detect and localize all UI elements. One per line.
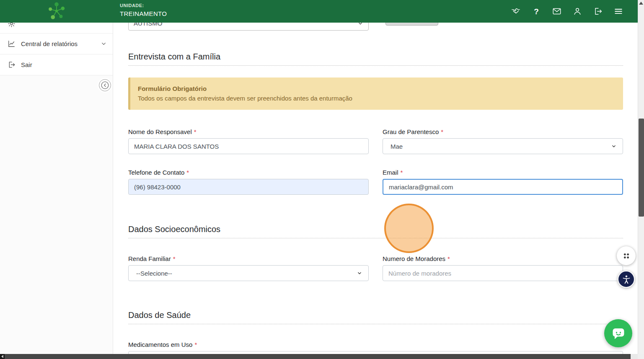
telefone-contato-input[interactable] — [128, 179, 369, 195]
arrow-left-circle-icon — [101, 81, 109, 90]
vertical-scrollbar[interactable] — [638, 0, 644, 354]
chevron-down-icon — [611, 143, 617, 149]
main-content: AUTISMO Entrevista com a Família Formulá… — [113, 0, 638, 354]
section-title-saude: Dados de Saúde — [128, 310, 623, 324]
numero-moradores-label: Numero de Moradores * — [383, 255, 450, 263]
chevron-down-icon — [101, 41, 107, 47]
grau-parentesco-select-value: Mae — [391, 143, 403, 150]
sidebar: Central de relatórios Sair — [0, 0, 113, 354]
numero-moradores-input[interactable] — [383, 265, 623, 281]
unit-name: TREINAMENTO — [120, 10, 167, 17]
header-icons: ? — [511, 0, 623, 23]
email-label: Email * — [383, 168, 403, 177]
sign-out-icon — [8, 61, 16, 69]
menu-icon[interactable] — [613, 6, 623, 16]
mail-icon[interactable] — [552, 6, 562, 16]
renda-familiar-select[interactable]: --Selecione-- — [128, 265, 369, 281]
scroll-up-arrow-icon[interactable] — [639, 2, 643, 5]
horizontal-scrollbar[interactable] — [0, 354, 638, 359]
required-marker: * — [441, 128, 443, 136]
grau-parentesco-label: Grau de Parentesco * — [383, 128, 443, 136]
required-marker: * — [194, 341, 197, 349]
medicamentos-label: Medicamentos em Uso * — [128, 341, 197, 349]
logo-molecule-icon — [45, 1, 68, 22]
nome-responsavel-input[interactable] — [128, 138, 369, 154]
unit-label: UNIDADE: — [120, 3, 167, 8]
app-logo[interactable] — [43, 0, 70, 22]
grid-dots-icon — [622, 251, 631, 261]
logout-icon[interactable] — [593, 6, 603, 16]
chevron-down-icon — [357, 270, 362, 276]
sidebar-item-label: Sair — [21, 61, 32, 68]
required-marker: * — [194, 128, 197, 136]
telefone-contato-label: Telefone de Contato * — [128, 168, 189, 177]
section-title-socioeconomicos: Dados Socioeconômicos — [128, 224, 623, 238]
email-input[interactable] — [383, 179, 623, 195]
scroll-left-arrow-icon[interactable] — [0, 354, 5, 359]
nome-responsavel-label: Nome do Responsavel * — [128, 128, 197, 136]
renda-familiar-label: Renda Familiar * — [128, 255, 176, 263]
required-form-alert: Formulário Obrigatório Todos os campos d… — [128, 77, 623, 110]
alert-title: Formulário Obrigatório — [138, 84, 616, 93]
sidebar-collapse-button[interactable] — [99, 79, 111, 91]
required-marker: * — [447, 255, 450, 263]
app-window: AUTISMO Entrevista com a Família Formulá… — [0, 0, 644, 359]
chart-line-icon — [8, 40, 16, 48]
vertical-scrollbar-thumb[interactable] — [639, 119, 644, 217]
sidebar-item-label: Central de relatórios — [21, 40, 78, 47]
scrollbar-corner — [638, 354, 644, 359]
sidebar-item-sair[interactable]: Sair — [0, 54, 113, 75]
accessibility-widget-button[interactable] — [618, 271, 635, 288]
unit-block: UNIDADE: TREINAMENTO — [120, 3, 167, 17]
alert-text: Todos os campos da entrevista devem ser … — [138, 93, 616, 103]
required-marker: * — [173, 255, 176, 263]
chat-bubble-icon — [611, 326, 626, 341]
top-navbar: UNIDADE: TREINAMENTO ? — [0, 0, 638, 23]
apps-grid-button[interactable] — [617, 246, 636, 265]
sidebar-item-central-relatorios[interactable]: Central de relatórios — [0, 34, 113, 54]
help-icon[interactable]: ? — [531, 6, 541, 16]
handshake-icon[interactable] — [511, 6, 521, 16]
section-title-entrevista: Entrevista com a Família — [128, 52, 623, 66]
renda-familiar-select-value: --Selecione-- — [136, 270, 172, 277]
grau-parentesco-select[interactable]: Mae — [383, 138, 623, 154]
user-icon[interactable] — [572, 6, 582, 16]
chat-widget-button[interactable] — [604, 319, 632, 347]
horizontal-scrollbar-thumb[interactable] — [5, 354, 631, 359]
accessibility-icon — [621, 274, 631, 284]
required-marker: * — [401, 168, 403, 177]
required-marker: * — [186, 168, 189, 177]
